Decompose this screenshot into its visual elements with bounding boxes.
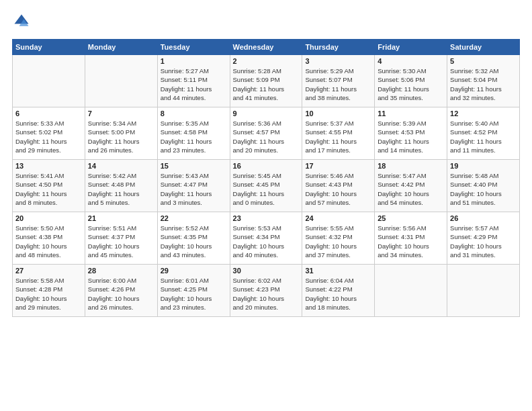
weekday-header: Thursday (302, 40, 375, 55)
calendar-cell: 9Sunrise: 5:36 AMSunset: 4:57 PMDaylight… (230, 107, 302, 160)
weekday-header: Monday (85, 40, 157, 55)
calendar-cell: 5Sunrise: 5:32 AMSunset: 5:04 PMDaylight… (447, 55, 520, 107)
day-info: Sunrise: 5:40 AMSunset: 4:52 PMDaylight:… (450, 119, 517, 154)
weekday-header: Sunday (13, 40, 85, 55)
day-number: 8 (161, 109, 227, 118)
day-info: Sunrise: 6:04 AMSunset: 4:22 PMDaylight:… (305, 276, 371, 312)
day-info: Sunrise: 5:47 AMSunset: 4:42 PMDaylight:… (378, 171, 444, 207)
day-info: Sunrise: 5:27 AMSunset: 5:11 PMDaylight:… (161, 66, 227, 102)
calendar-cell: 15Sunrise: 5:43 AMSunset: 4:47 PMDayligh… (157, 160, 230, 212)
day-number: 24 (305, 214, 371, 222)
day-info: Sunrise: 5:34 AMSunset: 5:00 PMDaylight:… (88, 119, 154, 154)
calendar-cell (375, 265, 447, 317)
calendar-cell: 7Sunrise: 5:34 AMSunset: 5:00 PMDaylight… (85, 107, 157, 160)
day-info: Sunrise: 5:41 AMSunset: 4:50 PMDaylight:… (15, 171, 82, 207)
day-number: 14 (88, 162, 154, 170)
calendar-cell: 22Sunrise: 5:52 AMSunset: 4:35 PMDayligh… (157, 212, 230, 265)
calendar-cell: 1Sunrise: 5:27 AMSunset: 5:11 PMDaylight… (157, 55, 230, 107)
day-info: Sunrise: 5:55 AMSunset: 4:32 PMDaylight:… (305, 224, 371, 259)
header (12, 12, 520, 31)
day-number: 18 (378, 162, 444, 170)
day-number: 6 (15, 109, 82, 118)
calendar-cell (447, 265, 520, 317)
calendar-cell: 27Sunrise: 5:58 AMSunset: 4:28 PMDayligh… (13, 265, 85, 317)
day-number: 3 (305, 57, 371, 65)
day-info: Sunrise: 6:02 AMSunset: 4:23 PMDaylight:… (233, 276, 300, 312)
weekday-header: Tuesday (157, 40, 230, 55)
calendar-week-row: 27Sunrise: 5:58 AMSunset: 4:28 PMDayligh… (13, 265, 520, 317)
day-number: 16 (233, 162, 300, 170)
day-info: Sunrise: 5:57 AMSunset: 4:29 PMDaylight:… (450, 224, 517, 259)
day-info: Sunrise: 5:39 AMSunset: 4:53 PMDaylight:… (378, 119, 444, 154)
day-info: Sunrise: 5:30 AMSunset: 5:06 PMDaylight:… (378, 66, 444, 102)
calendar-week-row: 13Sunrise: 5:41 AMSunset: 4:50 PMDayligh… (13, 160, 520, 212)
logo-icon (12, 12, 31, 31)
calendar-cell: 23Sunrise: 5:53 AMSunset: 4:34 PMDayligh… (230, 212, 302, 265)
calendar-cell: 26Sunrise: 5:57 AMSunset: 4:29 PMDayligh… (447, 212, 520, 265)
day-info: Sunrise: 5:43 AMSunset: 4:47 PMDaylight:… (161, 171, 227, 207)
calendar-cell: 24Sunrise: 5:55 AMSunset: 4:32 PMDayligh… (302, 212, 375, 265)
calendar-cell: 29Sunrise: 6:01 AMSunset: 4:25 PMDayligh… (157, 265, 230, 317)
day-number: 27 (15, 267, 82, 275)
calendar-cell: 6Sunrise: 5:33 AMSunset: 5:02 PMDaylight… (13, 107, 85, 160)
weekday-header: Friday (375, 40, 447, 55)
day-number: 5 (450, 57, 517, 65)
calendar-cell (85, 55, 157, 107)
day-number: 26 (450, 214, 517, 222)
day-number: 12 (450, 109, 517, 118)
calendar-cell: 30Sunrise: 6:02 AMSunset: 4:23 PMDayligh… (230, 265, 302, 317)
day-number: 30 (233, 267, 300, 275)
calendar-cell: 12Sunrise: 5:40 AMSunset: 4:52 PMDayligh… (447, 107, 520, 160)
day-info: Sunrise: 5:46 AMSunset: 4:43 PMDaylight:… (305, 171, 371, 207)
day-number: 28 (88, 267, 154, 275)
weekday-header-row: SundayMondayTuesdayWednesdayThursdayFrid… (13, 40, 520, 55)
calendar-cell: 19Sunrise: 5:48 AMSunset: 4:40 PMDayligh… (447, 160, 520, 212)
calendar-cell: 28Sunrise: 6:00 AMSunset: 4:26 PMDayligh… (85, 265, 157, 317)
calendar-week-row: 20Sunrise: 5:50 AMSunset: 4:38 PMDayligh… (13, 212, 520, 265)
day-number: 23 (233, 214, 300, 222)
calendar-cell: 11Sunrise: 5:39 AMSunset: 4:53 PMDayligh… (375, 107, 447, 160)
page: SundayMondayTuesdayWednesdayThursdayFrid… (0, 0, 532, 411)
day-info: Sunrise: 5:36 AMSunset: 4:57 PMDaylight:… (233, 119, 300, 154)
day-info: Sunrise: 6:00 AMSunset: 4:26 PMDaylight:… (88, 276, 154, 312)
day-number: 13 (15, 162, 82, 170)
calendar-cell: 25Sunrise: 5:56 AMSunset: 4:31 PMDayligh… (375, 212, 447, 265)
day-number: 7 (88, 109, 154, 118)
day-number: 9 (233, 109, 300, 118)
day-number: 31 (305, 267, 371, 275)
weekday-header: Saturday (447, 40, 520, 55)
calendar-cell: 31Sunrise: 6:04 AMSunset: 4:22 PMDayligh… (302, 265, 375, 317)
weekday-header: Wednesday (230, 40, 302, 55)
day-number: 29 (161, 267, 227, 275)
calendar-cell: 16Sunrise: 5:45 AMSunset: 4:45 PMDayligh… (230, 160, 302, 212)
calendar-cell: 20Sunrise: 5:50 AMSunset: 4:38 PMDayligh… (13, 212, 85, 265)
day-number: 1 (161, 57, 227, 65)
day-number: 2 (233, 57, 300, 65)
calendar-cell: 14Sunrise: 5:42 AMSunset: 4:48 PMDayligh… (85, 160, 157, 212)
calendar-table: SundayMondayTuesdayWednesdayThursdayFrid… (12, 39, 520, 317)
day-number: 10 (305, 109, 371, 118)
calendar-cell: 13Sunrise: 5:41 AMSunset: 4:50 PMDayligh… (13, 160, 85, 212)
calendar-week-row: 6Sunrise: 5:33 AMSunset: 5:02 PMDaylight… (13, 107, 520, 160)
day-info: Sunrise: 5:48 AMSunset: 4:40 PMDaylight:… (450, 171, 517, 207)
calendar-cell: 4Sunrise: 5:30 AMSunset: 5:06 PMDaylight… (375, 55, 447, 107)
calendar-cell: 3Sunrise: 5:29 AMSunset: 5:07 PMDaylight… (302, 55, 375, 107)
calendar-cell: 8Sunrise: 5:35 AMSunset: 4:58 PMDaylight… (157, 107, 230, 160)
calendar-cell: 17Sunrise: 5:46 AMSunset: 4:43 PMDayligh… (302, 160, 375, 212)
day-number: 4 (378, 57, 444, 65)
day-info: Sunrise: 5:33 AMSunset: 5:02 PMDaylight:… (15, 119, 82, 154)
day-number: 15 (161, 162, 227, 170)
day-info: Sunrise: 5:37 AMSunset: 4:55 PMDaylight:… (305, 119, 371, 154)
day-info: Sunrise: 5:56 AMSunset: 4:31 PMDaylight:… (378, 224, 444, 259)
day-info: Sunrise: 5:53 AMSunset: 4:34 PMDaylight:… (233, 224, 300, 259)
calendar-cell: 10Sunrise: 5:37 AMSunset: 4:55 PMDayligh… (302, 107, 375, 160)
day-info: Sunrise: 5:35 AMSunset: 4:58 PMDaylight:… (161, 119, 227, 154)
day-info: Sunrise: 5:28 AMSunset: 5:09 PMDaylight:… (233, 66, 300, 102)
day-number: 21 (88, 214, 154, 222)
day-info: Sunrise: 5:42 AMSunset: 4:48 PMDaylight:… (88, 171, 154, 207)
day-number: 17 (305, 162, 371, 170)
day-info: Sunrise: 5:51 AMSunset: 4:37 PMDaylight:… (88, 224, 154, 259)
calendar-week-row: 1Sunrise: 5:27 AMSunset: 5:11 PMDaylight… (13, 55, 520, 107)
day-info: Sunrise: 5:45 AMSunset: 4:45 PMDaylight:… (233, 171, 300, 207)
calendar-cell: 2Sunrise: 5:28 AMSunset: 5:09 PMDaylight… (230, 55, 302, 107)
